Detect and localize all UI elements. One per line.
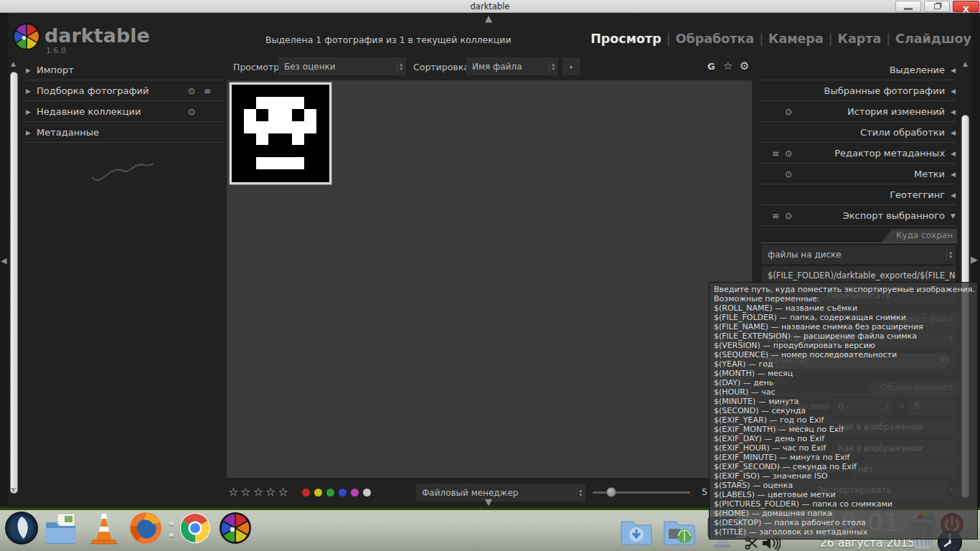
module-tagging[interactable]: ⊙ Метки◀ xyxy=(760,164,956,184)
export-storage-select[interactable]: файлы на диске ▴▾ xyxy=(762,245,956,264)
restore-button[interactable] xyxy=(924,1,950,12)
zoom-slider-handle[interactable] xyxy=(606,487,616,497)
tooltip-line: $(PICTURES_FOLDER) — папка со снимками xyxy=(714,499,973,509)
tooltip-line: $(SEQUENCE) — номер последовательности xyxy=(714,350,973,359)
reset-icon[interactable]: ⊙ xyxy=(188,81,195,101)
tooltip-line: Возможные переменные: xyxy=(714,294,973,303)
rating-stars[interactable]: ☆ ☆ ☆ ☆ ☆ xyxy=(228,485,288,499)
expand-left-panel-arrow[interactable]: ◀ xyxy=(1,257,6,265)
chrome-icon[interactable] xyxy=(178,511,212,545)
collapse-top-panel-arrow[interactable]: ▲ xyxy=(485,14,492,22)
filter-rating-select[interactable]: Без оценки ▴▾ xyxy=(278,57,406,75)
module-label: Выделение xyxy=(890,65,945,75)
color-label-purple[interactable] xyxy=(351,489,359,496)
module-metadata-editor[interactable]: ≡ ⊙ Редактор метаданных◀ xyxy=(760,143,956,164)
downloads-folder-icon[interactable] xyxy=(618,513,654,549)
star-icon[interactable]: ☆ xyxy=(253,485,263,499)
left-scroll-down-arrow[interactable]: ▼ xyxy=(11,486,16,494)
sort-select[interactable]: Имя файла ▴▾ xyxy=(466,57,558,75)
module-metadata[interactable]: ▶Метаданные xyxy=(26,123,222,143)
firefox-icon[interactable] xyxy=(128,510,164,546)
tooltip-line: Введите путь, куда поместить экспортируе… xyxy=(714,285,973,294)
caret-left-icon: ◀ xyxy=(951,67,956,74)
collection-status: Выделена 1 фотография из 1 в текущей кол… xyxy=(265,34,512,45)
left-scroll-up-arrow[interactable]: ▲ xyxy=(11,60,16,68)
right-scroll-up-arrow[interactable]: ▲ xyxy=(963,60,968,68)
color-label-blue[interactable] xyxy=(339,489,347,496)
vlc-icon[interactable] xyxy=(88,512,121,546)
color-label-yellow[interactable] xyxy=(314,489,322,496)
view-map[interactable]: Карта xyxy=(838,32,882,46)
close-button[interactable]: X xyxy=(953,1,979,12)
spinner-icon: ▴▾ xyxy=(397,61,405,72)
module-geotagging[interactable]: Геотеггинг◀ xyxy=(760,185,956,205)
caret-left-icon: ◀ xyxy=(951,150,956,157)
collapse-bottom-panel-arrow[interactable]: ▼ xyxy=(485,498,492,506)
caret-left-icon: ◀ xyxy=(951,88,956,95)
presets-icon[interactable]: ≡ xyxy=(772,206,779,226)
presets-icon[interactable]: ≡ xyxy=(204,81,211,101)
tooltip-line: $(FILE_FOLDER) — папка, содержащая снимк… xyxy=(714,313,973,322)
darktable-taskbar-icon[interactable] xyxy=(218,511,253,545)
reset-icon[interactable]: ⊙ xyxy=(785,206,792,226)
module-styles[interactable]: Стили обработки◀ xyxy=(760,123,956,143)
view-separator: | xyxy=(824,32,838,46)
tooltip-line: $(FILE_NAME) — название снимка без расши… xyxy=(714,322,973,331)
sort-direction-button[interactable]: ▴ xyxy=(562,57,580,75)
media-folder-icon[interactable] xyxy=(661,513,697,549)
star-filter-icon[interactable]: ☆ xyxy=(723,60,732,72)
module-recent-collections[interactable]: ▶Недавние коллекции ⊙ xyxy=(26,102,222,122)
caret-left-icon: ◀ xyxy=(951,171,956,178)
tooltip-line: $(MINUTE) — минута xyxy=(714,397,973,406)
tooltip-line: $(YEAR) — год xyxy=(714,359,973,369)
star-icon[interactable]: ☆ xyxy=(265,485,275,499)
caret-right-icon: ▶ xyxy=(26,67,31,74)
thumbnail-selected[interactable] xyxy=(230,83,331,184)
tooltip-line: $(LABELS) — цветовые метки xyxy=(714,490,973,499)
minimize-button[interactable] xyxy=(895,1,921,12)
sort-value: Имя файла xyxy=(472,62,545,72)
module-selected-images[interactable]: Выбранные фотографии◀ xyxy=(760,81,956,101)
window-titlebar[interactable]: darktable X xyxy=(0,0,980,13)
view-separator: | xyxy=(881,32,895,46)
caret-right-icon: ▶ xyxy=(26,129,31,136)
module-label: Метки xyxy=(914,169,945,179)
reset-icon[interactable]: ⊙ xyxy=(188,102,195,122)
menu-launcher-icon[interactable] xyxy=(4,511,39,545)
window-title: darktable xyxy=(0,1,980,11)
star-icon[interactable]: ☆ xyxy=(240,485,250,499)
view-lighttable[interactable]: Просмотр xyxy=(590,32,661,46)
module-label: Редактор метаданных xyxy=(834,148,945,159)
view-slideshow[interactable]: Слайдшоу xyxy=(895,32,971,46)
tooltip-line: $(DAY) — день xyxy=(714,378,973,387)
file-manager-icon[interactable] xyxy=(43,511,79,547)
star-icon[interactable]: ☆ xyxy=(228,485,238,499)
overlays-icon[interactable]: G xyxy=(707,61,715,72)
module-export-selected[interactable]: ≡ ⊙ Экспорт выбранного▼ xyxy=(760,206,956,226)
color-label-green[interactable] xyxy=(326,489,334,496)
reset-icon[interactable]: ⊙ xyxy=(785,102,792,122)
reset-icon[interactable]: ⊙ xyxy=(785,143,792,164)
color-label-red[interactable] xyxy=(302,489,310,496)
module-select[interactable]: Выделение◀ xyxy=(760,60,956,80)
view-camera[interactable]: Камера xyxy=(768,32,824,46)
reset-icon[interactable]: ⊙ xyxy=(785,164,792,184)
layout-select[interactable]: Файловый менеджер ▴▾ xyxy=(416,484,585,501)
tooltip-line: $(MONTH) — месяц xyxy=(714,369,973,378)
view-separator: | xyxy=(754,32,768,46)
module-collect-images[interactable]: ▶Подборка фотографий ⊙ ≡ xyxy=(26,81,222,101)
filter-view-label: Просмотр xyxy=(233,62,279,72)
module-import[interactable]: ▶Импорт xyxy=(26,60,222,80)
left-panel-scrollbar[interactable] xyxy=(10,72,18,494)
color-label-gray[interactable] xyxy=(363,489,371,496)
zoom-level-value: 5 xyxy=(702,486,707,497)
view-switcher: Просмотр|Обработка|Камера|Карта|Слайдшоу xyxy=(590,32,971,46)
expand-right-panel-arrow[interactable]: ▶ xyxy=(971,255,978,263)
presets-icon[interactable]: ≡ xyxy=(772,143,779,164)
spinner-icon: ▴▾ xyxy=(549,61,557,72)
star-icon[interactable]: ☆ xyxy=(278,485,288,499)
view-darkroom[interactable]: Обработка xyxy=(676,32,755,46)
module-history-stack[interactable]: ⊙ История изменений◀ xyxy=(760,102,956,122)
gear-icon[interactable]: ⚙ xyxy=(740,60,749,72)
layout-value: Файловый менеджер xyxy=(422,488,572,498)
